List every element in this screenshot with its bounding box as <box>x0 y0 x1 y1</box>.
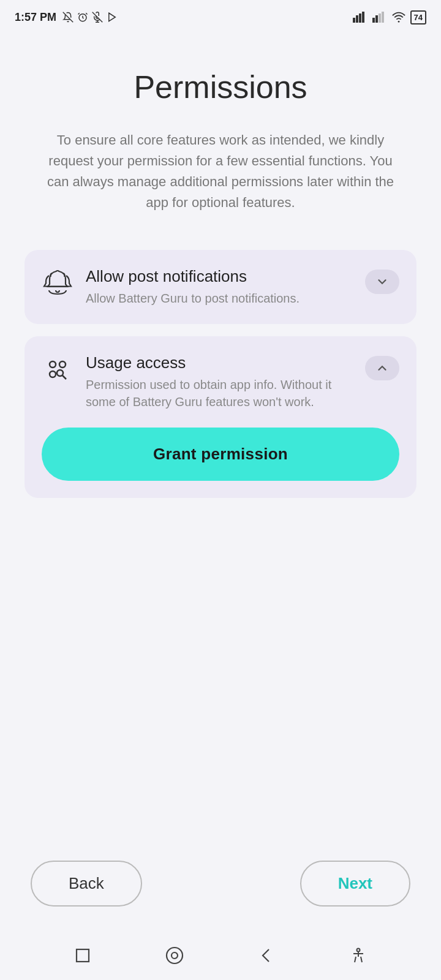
usage-desc: Permission used to obtain app info. With… <box>86 376 355 410</box>
svg-point-13 <box>398 21 399 23</box>
bottom-nav: Back Next <box>0 842 441 931</box>
permission-card-notifications: Allow post notifications Allow Battery G… <box>24 250 417 324</box>
accessibility-icon[interactable] <box>348 945 369 966</box>
back-button[interactable]: Back <box>31 861 142 907</box>
svg-rect-12 <box>382 12 384 23</box>
svg-line-25 <box>355 957 356 962</box>
notifications-desc: Allow Battery Guru to post notifications… <box>86 290 300 307</box>
recent-apps-icon[interactable] <box>72 945 93 966</box>
svg-point-22 <box>357 949 360 952</box>
status-icons <box>62 12 118 23</box>
status-time: 1:57 PM <box>15 11 56 24</box>
svg-line-0 <box>63 12 74 23</box>
home-icon[interactable] <box>164 945 185 966</box>
main-content: Permissions To ensure all core features … <box>0 32 441 842</box>
status-bar: 1:57 PM 74 <box>0 0 441 32</box>
page-title: Permissions <box>134 69 307 105</box>
svg-rect-7 <box>359 13 361 23</box>
bell-icon <box>42 267 74 299</box>
svg-rect-8 <box>362 12 364 23</box>
svg-point-14 <box>50 361 56 368</box>
usage-toggle-btn[interactable] <box>365 356 399 380</box>
usage-icon <box>42 353 74 385</box>
svg-rect-9 <box>372 18 375 23</box>
svg-point-15 <box>59 361 66 368</box>
grant-permission-button[interactable]: Grant permission <box>42 428 399 481</box>
permissions-list: Allow post notifications Allow Battery G… <box>24 250 417 498</box>
svg-rect-10 <box>375 15 378 23</box>
svg-rect-19 <box>77 949 89 962</box>
svg-line-18 <box>62 375 66 379</box>
next-button[interactable]: Next <box>300 861 410 907</box>
svg-rect-5 <box>353 18 355 23</box>
battery-indicator: 74 <box>410 10 426 24</box>
svg-point-16 <box>50 371 56 377</box>
status-right-icons: 74 <box>353 10 426 24</box>
svg-marker-4 <box>109 13 116 21</box>
svg-point-17 <box>57 370 63 376</box>
svg-line-26 <box>361 957 362 962</box>
svg-rect-6 <box>356 15 358 23</box>
notifications-toggle-btn[interactable] <box>365 270 399 294</box>
svg-rect-11 <box>379 13 381 23</box>
android-nav-bar <box>0 931 441 980</box>
svg-point-20 <box>167 948 183 963</box>
permission-card-usage: Usage access Permission used to obtain a… <box>24 336 417 498</box>
usage-title: Usage access <box>86 353 355 372</box>
back-nav-icon[interactable] <box>256 945 277 966</box>
notifications-title: Allow post notifications <box>86 267 300 286</box>
page-description: To ensure all core features work as inte… <box>43 130 398 213</box>
svg-point-21 <box>172 952 178 959</box>
